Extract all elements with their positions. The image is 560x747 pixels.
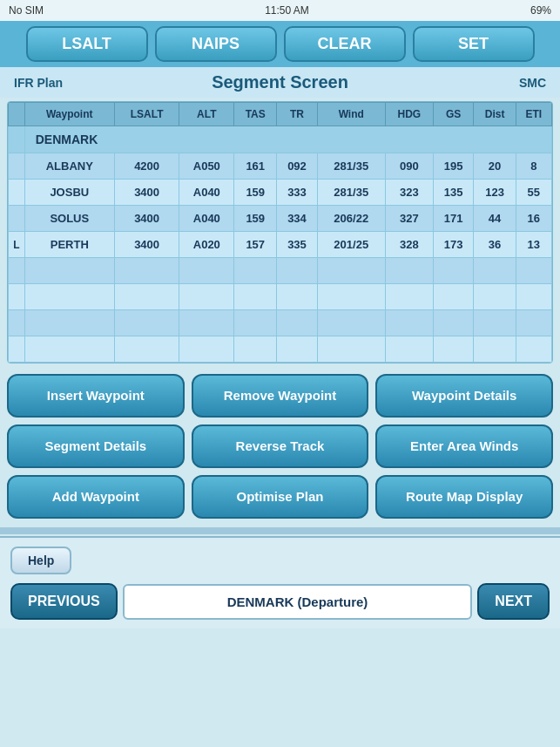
table-row[interactable]: SOLUS 3400 A040 159 334 206/22 327 171 4…	[9, 206, 552, 232]
status-bar: No SIM 11:50 AM 69%	[0, 0, 560, 21]
table-row-empty[interactable]	[9, 284, 552, 310]
remove-waypoint-button[interactable]: Remove Waypoint	[192, 374, 369, 418]
divider	[0, 527, 560, 534]
add-waypoint-button[interactable]: Add Waypoint	[7, 475, 185, 519]
naips-button[interactable]: NAIPS	[155, 26, 277, 62]
waypoint-details-button[interactable]: Waypoint Details	[375, 374, 553, 418]
time-text: 11:50 AM	[265, 4, 309, 17]
reverse-track-button[interactable]: Reverse Track	[192, 424, 369, 468]
denmark-cell: DENMARK	[24, 126, 551, 153]
top-nav: LSALT NAIPS CLEAR SET	[0, 21, 560, 67]
waypoint-table-container: Waypoint LSALT ALT TAS TR Wind HDG GS Di…	[7, 101, 553, 363]
smc-label: SMC	[476, 76, 546, 90]
table-row[interactable]: JOSBU 3400 A040 159 333 281/35 323 135 1…	[9, 180, 552, 206]
help-button[interactable]: Help	[10, 547, 71, 574]
table-row-empty[interactable]	[9, 258, 552, 284]
enter-area-winds-button[interactable]: Enter Area Winds	[375, 424, 553, 468]
clear-button[interactable]: CLEAR	[284, 26, 406, 62]
action-buttons-section: Insert Waypoint Remove Waypoint Waypoint…	[0, 367, 560, 526]
ifr-plan-label: IFR Plan	[14, 76, 84, 90]
carrier-text: No SIM	[9, 4, 44, 17]
battery-text: 69%	[530, 4, 551, 17]
col-tr: TR	[277, 103, 318, 126]
col-tas: TAS	[234, 103, 277, 126]
waypoint-table: Waypoint LSALT ALT TAS TR Wind HDG GS Di…	[8, 102, 552, 363]
col-gs: GS	[433, 103, 474, 126]
set-button[interactable]: SET	[413, 26, 535, 62]
optimise-plan-button[interactable]: Optimise Plan	[192, 475, 369, 519]
col-alt: ALT	[179, 103, 234, 126]
table-row-empty[interactable]	[9, 336, 552, 363]
col-lsalt: LSALT	[114, 103, 179, 126]
segment-details-button[interactable]: Segment Details	[7, 424, 185, 468]
footer-center-text: DENMARK (Departure)	[123, 584, 473, 620]
table-row[interactable]: DENMARK	[9, 126, 552, 153]
footer-nav: PREVIOUS DENMARK (Departure) NEXT	[10, 583, 550, 620]
bottom-section: Help PREVIOUS DENMARK (Departure) NEXT	[0, 536, 560, 628]
table-row[interactable]: L PERTH 3400 A020 157 335 201/25 328 173…	[9, 232, 552, 258]
col-eti: ETI	[516, 103, 551, 126]
lsalt-button[interactable]: LSALT	[26, 26, 148, 62]
table-row[interactable]: ALBANY 4200 A050 161 092 281/35 090 195 …	[9, 153, 552, 180]
segment-screen-title: Segment Screen	[84, 72, 476, 92]
previous-button[interactable]: PREVIOUS	[10, 583, 118, 620]
route-map-display-button[interactable]: Route Map Display	[375, 475, 553, 519]
next-button[interactable]: NEXT	[477, 583, 550, 620]
insert-waypoint-button[interactable]: Insert Waypoint	[7, 374, 185, 418]
col-waypoint: Waypoint	[24, 103, 114, 126]
col-hdg: HDG	[385, 103, 433, 126]
col-dist: Dist	[474, 103, 516, 126]
table-header-row: Waypoint LSALT ALT TAS TR Wind HDG GS Di…	[9, 103, 552, 126]
col-wind: Wind	[317, 103, 385, 126]
header-section: IFR Plan Segment Screen SMC	[0, 67, 560, 98]
table-row-empty[interactable]	[9, 310, 552, 336]
